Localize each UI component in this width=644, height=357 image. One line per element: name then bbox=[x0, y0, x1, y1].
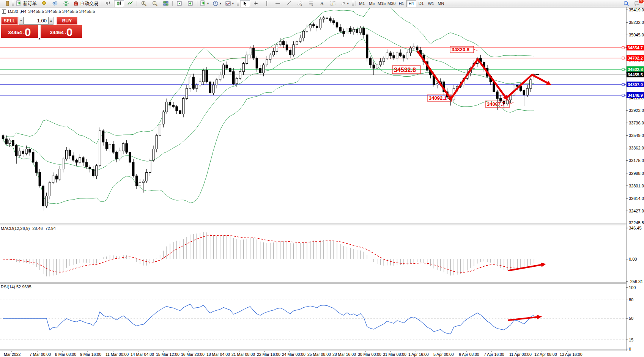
current-price-label: 34455.5 bbox=[628, 72, 643, 77]
radar-icon bbox=[63, 0, 69, 6]
clock-icon bbox=[213, 0, 219, 6]
label-t-icon: T bbox=[330, 0, 336, 6]
svg-text:14 Mar 04:00: 14 Mar 04:00 bbox=[131, 352, 154, 357]
vline-icon bbox=[264, 0, 270, 6]
annotation-label[interactable]: 34092.1 bbox=[429, 95, 447, 101]
chart-canvas[interactable]: 34820.834532.834092.134007.735419.035232… bbox=[0, 0, 644, 357]
text-label-tool-button[interactable]: T bbox=[328, 0, 338, 7]
market-watch-button[interactable] bbox=[39, 0, 49, 7]
svg-text:11 Apr 00:00: 11 Apr 00:00 bbox=[509, 352, 532, 357]
new-chart-button[interactable]: ▼ bbox=[199, 0, 211, 7]
price-axis[interactable]: 35419.035232.035045.034858.034671.034484… bbox=[626, 7, 644, 351]
svg-text:346.45: 346.45 bbox=[629, 226, 642, 230]
dropdown-arrow-icon: ▼ bbox=[231, 2, 235, 5]
indicators-button[interactable]: ▼ bbox=[224, 0, 236, 7]
sell-button[interactable]: SELL bbox=[1, 17, 18, 25]
candlestick-chart-button[interactable] bbox=[114, 0, 124, 7]
horizontal-line-tool-button[interactable] bbox=[273, 0, 283, 7]
zoom-in-button[interactable] bbox=[139, 0, 149, 7]
svg-text:16 Mar 20:00: 16 Mar 20:00 bbox=[181, 352, 205, 357]
tile-windows-button[interactable] bbox=[161, 0, 171, 7]
timeframe-mn-button[interactable]: MN bbox=[436, 0, 446, 7]
svg-text:7 Mar 00:00: 7 Mar 00:00 bbox=[30, 352, 51, 357]
trendline-tool-button[interactable] bbox=[284, 0, 294, 7]
svg-text:34532.8: 34532.8 bbox=[628, 67, 643, 72]
svg-text:34148.9: 34148.9 bbox=[628, 93, 643, 98]
svg-text:5 Apr 00:00: 5 Apr 00:00 bbox=[433, 352, 454, 357]
volume-decrease-button[interactable]: ▼ bbox=[19, 17, 24, 25]
zoom-out-button[interactable] bbox=[150, 0, 160, 7]
chart-shift-button[interactable] bbox=[185, 0, 195, 7]
svg-text:32614.0: 32614.0 bbox=[629, 196, 644, 201]
search-icon bbox=[623, 0, 629, 6]
svg-text:34854.7: 34854.7 bbox=[628, 46, 643, 50]
svg-text:Mar 2022: Mar 2022 bbox=[4, 352, 21, 357]
svg-text:22 Mar 16:00: 22 Mar 16:00 bbox=[257, 352, 280, 357]
sell-price-big: 0 bbox=[25, 27, 31, 38]
timeframe-m15-button[interactable]: M15 bbox=[377, 0, 387, 7]
navigator-button[interactable] bbox=[61, 0, 71, 7]
timeframe-m1-button[interactable]: M1 bbox=[357, 0, 367, 7]
svg-text:34307.0: 34307.0 bbox=[628, 82, 643, 87]
svg-text:A: A bbox=[320, 1, 324, 6]
timeframe-m30-button[interactable]: M30 bbox=[387, 0, 397, 7]
cursor-tool-button[interactable] bbox=[240, 0, 250, 7]
chart-add-icon bbox=[187, 0, 194, 6]
toolbar-grip bbox=[12, 1, 14, 6]
toolbar-separator bbox=[356, 1, 356, 6]
panel-collapse-toggle[interactable]: ▲ bbox=[38, 37, 41, 40]
svg-text:33362.0: 33362.0 bbox=[629, 146, 644, 150]
line-chart-button[interactable] bbox=[125, 0, 135, 7]
svg-text:28 Mar 16:00: 28 Mar 16:00 bbox=[332, 352, 356, 357]
toolbar-grip bbox=[237, 1, 239, 6]
annotation-label[interactable]: 34532.8 bbox=[394, 67, 416, 73]
sell-price[interactable]: 34454 .0 bbox=[1, 25, 38, 38]
text-tool-button[interactable]: A bbox=[317, 0, 327, 7]
timeframe-m5-button[interactable]: M5 bbox=[367, 0, 377, 7]
svg-text:1 Apr 16:00: 1 Apr 16:00 bbox=[408, 352, 429, 357]
bar-chart-icon bbox=[105, 0, 111, 6]
new-order-button[interactable]: 新订单 bbox=[15, 0, 38, 7]
volume-increase-button[interactable]: ▲ bbox=[49, 17, 54, 25]
chart-title: DJ30-,H4 34455.5 34455.5 34455.5 34455.5 bbox=[2, 9, 95, 14]
svg-text:6 Apr 08:00: 6 Apr 08:00 bbox=[459, 352, 479, 357]
one-click-trading-panel: SELL ▼ ▲ BUY 34454 .0 34464 .0 bbox=[1, 17, 82, 38]
timeframe-w1-button[interactable]: W1 bbox=[426, 0, 436, 7]
svg-text:50: 50 bbox=[629, 316, 633, 321]
annotation-label[interactable]: 34820.8 bbox=[452, 47, 469, 52]
timeframe-h1-button[interactable]: H1 bbox=[397, 0, 406, 7]
zoom-in-icon bbox=[141, 0, 147, 6]
period-menu-button[interactable]: ▼ bbox=[211, 0, 223, 7]
svg-text:9 Mar 16:00: 9 Mar 16:00 bbox=[80, 352, 101, 357]
notification-badge: 1 bbox=[638, 0, 644, 4]
fibonacci-tool-button[interactable]: F bbox=[306, 0, 316, 7]
bar-chart-button[interactable] bbox=[103, 0, 113, 7]
equidistant-channel-tool-button[interactable]: E bbox=[295, 0, 305, 7]
chart-play-icon bbox=[176, 0, 183, 6]
autotrading-button[interactable]: 自动交易 bbox=[72, 0, 99, 7]
svg-text:32988.0: 32988.0 bbox=[629, 171, 644, 176]
crosshair-icon bbox=[253, 0, 259, 6]
svg-text:15 Mar 12:00: 15 Mar 12:00 bbox=[156, 352, 180, 357]
search-button[interactable] bbox=[621, 0, 631, 7]
vertical-line-tool-button[interactable] bbox=[262, 0, 272, 7]
auto-scroll-button[interactable] bbox=[174, 0, 184, 7]
buy-price[interactable]: 34464 .0 bbox=[41, 25, 82, 38]
svg-text:E: E bbox=[301, 4, 302, 6]
svg-text:35045.0: 35045.0 bbox=[629, 33, 644, 37]
volume-input[interactable] bbox=[24, 17, 49, 25]
timeframe-h4-button[interactable]: H4 bbox=[406, 0, 416, 7]
clipped-icon[interactable] bbox=[0, 0, 11, 7]
svg-text:15: 15 bbox=[629, 338, 633, 342]
time-axis[interactable]: Mar 20227 Mar 00:008 Mar 08:009 Mar 16:0… bbox=[4, 351, 583, 357]
annotation-label[interactable]: 34007.7 bbox=[487, 101, 505, 107]
buy-button[interactable]: BUY bbox=[57, 17, 77, 25]
data-window-button[interactable] bbox=[50, 0, 60, 7]
notifications-button[interactable]: 1 bbox=[632, 0, 642, 7]
svg-text:T: T bbox=[332, 2, 334, 6]
arrows-tool-button[interactable]: ▼ bbox=[339, 0, 351, 7]
crosshair-tool-button[interactable] bbox=[251, 0, 261, 7]
channel-icon: E bbox=[297, 0, 303, 6]
symbol-period-label: DJ30-,H4 bbox=[8, 9, 27, 14]
timeframe-d1-button[interactable]: D1 bbox=[416, 0, 426, 7]
